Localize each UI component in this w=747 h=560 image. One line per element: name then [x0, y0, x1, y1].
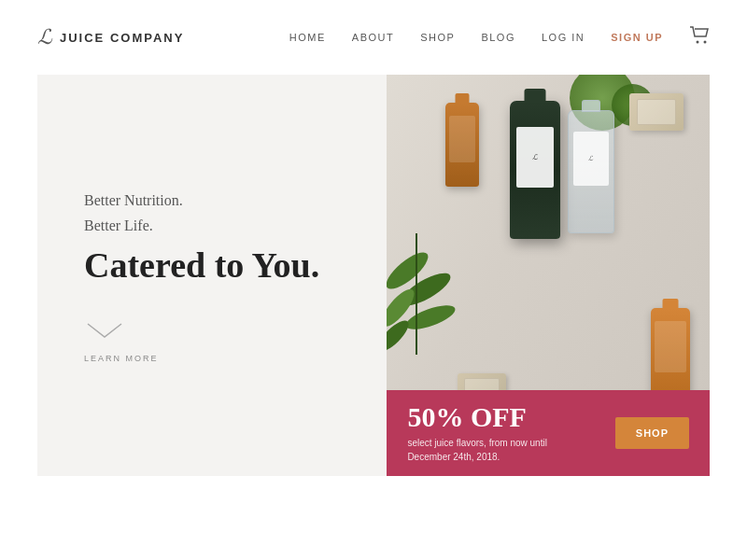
- hero-title: Catered to You.: [84, 245, 340, 287]
- main-nav: HOME ABOUT SHOP BLOG LOG IN SIGN UP: [289, 26, 710, 49]
- bottle-amber-small: [445, 103, 479, 187]
- hero-left: Better Nutrition. Better Life. Catered t…: [37, 75, 387, 476]
- nav-blog[interactable]: BLOG: [481, 32, 515, 43]
- nav-about[interactable]: ABOUT: [352, 32, 394, 43]
- logo[interactable]: ℒ JUICE COMPANY: [37, 25, 184, 49]
- header: ℒ JUICE COMPANY HOME ABOUT SHOP BLOG LOG…: [0, 0, 747, 75]
- plant-left-icon: [387, 187, 472, 355]
- bottle-dark-green: ℒ: [510, 101, 560, 239]
- promo-discount: 50% OFF: [407, 403, 599, 431]
- hero-right: ℒ ℒ 50% OFF select juice flavors, from n…: [387, 75, 710, 476]
- svg-point-0: [697, 40, 699, 43]
- logo-icon: ℒ: [37, 25, 52, 49]
- logo-text: JUICE COMPANY: [60, 31, 184, 45]
- hero-tagline: Better Nutrition. Better Life.: [84, 188, 340, 238]
- svg-point-1: [704, 40, 707, 43]
- svg-point-5: [403, 301, 458, 334]
- promo-banner: 50% OFF select juice flavors, from now u…: [387, 390, 710, 476]
- product-box-top: [629, 93, 684, 131]
- cart-icon[interactable]: [689, 26, 710, 49]
- chevron-down-icon: [84, 320, 131, 343]
- bottle-clear: ℒ: [568, 110, 614, 233]
- bottle-amber-large: [651, 308, 690, 401]
- nav-home[interactable]: HOME: [289, 32, 326, 43]
- learn-more-label[interactable]: LEARN MORE: [84, 354, 159, 363]
- promo-text: 50% OFF select juice flavors, from now u…: [407, 403, 599, 464]
- nav-signup[interactable]: SIGN UP: [611, 32, 663, 43]
- nav-login[interactable]: LOG IN: [542, 32, 585, 43]
- nav-shop[interactable]: SHOP: [420, 32, 455, 43]
- learn-more-area[interactable]: LEARN MORE: [84, 320, 340, 363]
- promo-shop-button[interactable]: SHOP: [615, 417, 689, 449]
- promo-description: select juice flavors, from now until Dec…: [407, 436, 599, 464]
- hero-section: Better Nutrition. Better Life. Catered t…: [37, 75, 710, 476]
